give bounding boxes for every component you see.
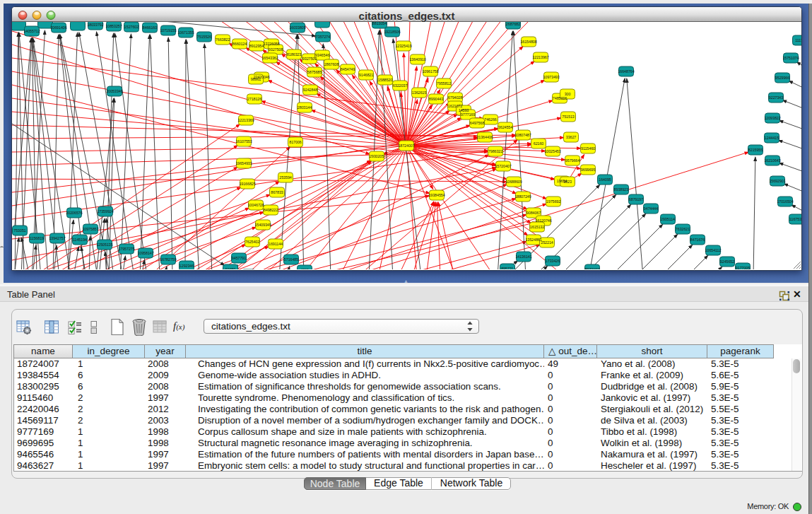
svg-text:895731: 895731: [501, 267, 513, 269]
svg-text:11172: 11172: [795, 38, 801, 42]
svg-text:9699695: 9699695: [581, 168, 595, 172]
svg-text:746266: 746266: [484, 117, 496, 122]
svg-text:7986322: 7986322: [488, 149, 502, 153]
svg-text:9245652: 9245652: [720, 259, 734, 264]
svg-text:98961: 98961: [251, 77, 261, 81]
svg-text:14136141: 14136141: [515, 255, 531, 259]
svg-text:17016504: 17016504: [777, 199, 793, 204]
svg-text:2718126: 2718126: [247, 97, 261, 101]
svg-text:92450: 92450: [225, 267, 236, 269]
svg-text:252214: 252214: [541, 240, 553, 245]
svg-text:3624554: 3624554: [498, 125, 512, 129]
svg-text:1362615: 1362615: [412, 90, 426, 95]
svg-text:1167533: 1167533: [789, 217, 801, 221]
svg-text:9457791: 9457791: [232, 256, 246, 260]
svg-text:9777169: 9777169: [461, 112, 475, 117]
svg-text:9227343: 9227343: [769, 95, 783, 100]
svg-text:9242848: 9242848: [303, 88, 317, 92]
svg-text:753051: 753051: [13, 228, 25, 233]
svg-text:10688609: 10688609: [505, 180, 522, 184]
svg-text:10025453: 10025453: [544, 149, 560, 153]
svg-text:1292346: 1292346: [180, 264, 194, 268]
svg-text:8660124: 8660124: [233, 42, 247, 46]
svg-text:15720407: 15720407: [495, 164, 511, 168]
svg-text:19166825: 19166825: [239, 182, 255, 186]
svg-text:17957275: 17957275: [118, 247, 134, 251]
svg-text:7625402: 7625402: [245, 240, 259, 244]
svg-text:10853257: 10853257: [105, 24, 122, 28]
svg-text:7955812: 7955812: [437, 81, 451, 86]
svg-text:5716485: 5716485: [284, 257, 298, 262]
svg-text:10973493: 10973493: [543, 75, 559, 79]
svg-text:7357274: 7357274: [316, 35, 330, 39]
svg-text:2803144: 2803144: [298, 105, 312, 110]
svg-text:253594: 253594: [279, 175, 291, 180]
svg-text:7632621: 7632621: [676, 227, 690, 231]
svg-text:16033809: 16033809: [289, 25, 305, 30]
svg-text:817006: 817006: [289, 140, 301, 144]
svg-text:18033792: 18033792: [87, 23, 103, 27]
svg-text:2867608: 2867608: [324, 62, 339, 66]
svg-text:9579664: 9579664: [565, 158, 579, 163]
svg-text:1244415: 1244415: [765, 136, 779, 140]
svg-text:2935114: 2935114: [661, 217, 675, 221]
svg-text:13524861: 13524861: [525, 238, 541, 242]
svg-text:20053346: 20053346: [106, 89, 122, 93]
svg-text:16782759: 16782759: [160, 257, 176, 262]
svg-text:8912954: 8912954: [249, 44, 264, 48]
svg-text:16543362: 16543362: [261, 56, 278, 60]
svg-text:19654933: 19654933: [235, 161, 252, 165]
svg-text:10719155: 10719155: [160, 28, 176, 33]
svg-text:33627: 33627: [566, 135, 577, 139]
svg-text:10975857: 10975857: [82, 227, 98, 231]
svg-text:1145194: 1145194: [73, 238, 87, 242]
svg-text:8186323: 8186323: [287, 52, 301, 57]
svg-text:1733426: 1733426: [546, 259, 560, 263]
svg-text:21364436: 21364436: [476, 135, 493, 139]
svg-text:867833: 867833: [271, 190, 283, 194]
svg-text:14055712: 14055712: [23, 29, 40, 33]
svg-text:6322037: 6322037: [393, 83, 407, 88]
svg-text:13942757: 13942757: [49, 236, 65, 240]
svg-text:8215955: 8215955: [748, 148, 763, 152]
svg-text:13640910: 13640910: [409, 57, 425, 62]
svg-text:1975692: 1975692: [546, 199, 560, 204]
svg-text:8498222: 8498222: [264, 208, 278, 212]
svg-text:1588520: 1588520: [378, 78, 392, 82]
svg-text:9823: 9823: [563, 180, 572, 184]
svg-text:12093822: 12093822: [764, 116, 780, 120]
svg-text:9115460: 9115460: [581, 146, 595, 151]
svg-text:12213369: 12213369: [237, 118, 254, 122]
svg-text:16120746: 16120746: [535, 218, 551, 223]
svg-text:6794028: 6794028: [448, 95, 462, 100]
svg-text:18807249: 18807249: [514, 194, 531, 199]
svg-text:10807487: 10807487: [514, 133, 531, 137]
svg-text:8471676: 8471676: [690, 238, 705, 242]
svg-text:10046728: 10046728: [247, 203, 264, 207]
svg-text:16107553: 16107553: [235, 139, 252, 144]
svg-text:751513: 751513: [562, 115, 574, 119]
svg-text:15751074: 15751074: [782, 56, 799, 60]
svg-text:9177005: 9177005: [736, 266, 750, 269]
svg-text:8466160: 8466160: [143, 25, 157, 30]
svg-text:4705: 4705: [300, 268, 309, 269]
svg-text:9529966: 9529966: [775, 76, 789, 80]
svg-text:7485006: 7485006: [553, 96, 567, 100]
svg-text:8990443: 8990443: [429, 97, 443, 101]
svg-text:17359924: 17359924: [97, 209, 113, 214]
svg-text:10671355: 10671355: [177, 30, 194, 35]
svg-text:20691406: 20691406: [50, 25, 66, 30]
svg-text:16648764: 16648764: [618, 69, 634, 74]
svg-text:2930205: 2930205: [370, 154, 384, 158]
svg-text:8972102: 8972102: [585, 267, 599, 269]
svg-text:12213967: 12213967: [532, 55, 548, 59]
svg-text:10654112: 10654112: [705, 248, 722, 252]
svg-text:9474444: 9474444: [644, 206, 658, 211]
svg-text:7515526: 7515526: [197, 35, 211, 39]
svg-text:1156819: 1156819: [30, 236, 44, 240]
svg-text:2687682: 2687682: [506, 22, 520, 26]
svg-text:6879197: 6879197: [629, 197, 643, 201]
svg-text:300: 300: [565, 92, 571, 96]
svg-text:5875685: 5875685: [307, 70, 322, 74]
svg-text:10961758: 10961758: [422, 69, 438, 74]
